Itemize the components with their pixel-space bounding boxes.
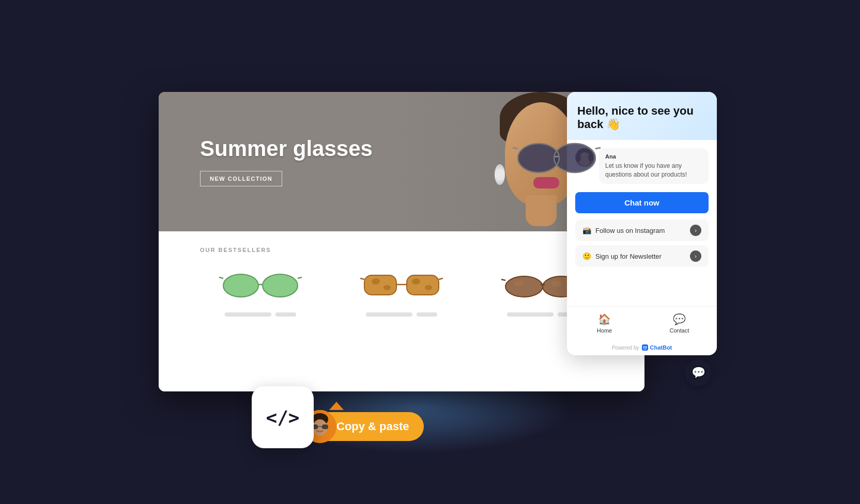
chat-header: Hello, nice to see you back 👋: [567, 92, 717, 140]
agent-name: Ana: [605, 153, 702, 160]
svg-line-22: [439, 278, 443, 279]
product-card[interactable]: [341, 263, 462, 317]
new-collection-button[interactable]: NEW COLLECTION: [200, 171, 282, 186]
product-info-2: [366, 312, 437, 317]
nav-home-label: Home: [597, 327, 612, 334]
chat-nav: 🏠 Home 💬 Contact: [567, 306, 717, 340]
hero-sunglasses: [513, 138, 601, 175]
tortoise-sunglasses-icon: [360, 266, 443, 302]
svg-point-27: [514, 280, 524, 287]
products-grid: [200, 263, 603, 317]
svg-rect-15: [407, 275, 439, 295]
chat-bubble-button[interactable]: 💬: [685, 359, 712, 386]
product-info-1: [225, 312, 296, 317]
hero-text-area: Summer glasses NEW COLLECTION: [200, 137, 373, 186]
chat-links: 📸 Follow us on Instagram › 🙂 Sign up for…: [567, 213, 717, 273]
svg-rect-39: [642, 344, 648, 351]
instagram-link[interactable]: 📸 Follow us on Instagram ›: [575, 219, 709, 241]
model-skin: [505, 102, 577, 206]
product-price-bar: [275, 312, 296, 317]
svg-rect-46: [322, 424, 328, 429]
chat-widget: Hello, nice to see you back 👋: [567, 92, 717, 355]
product-name-bar: [366, 312, 412, 317]
newsletter-link-content: 🙂 Sign up for Newsletter: [582, 252, 662, 260]
triangle-arrow-icon: [329, 402, 344, 410]
hero-title: Summer glasses: [200, 137, 373, 161]
code-icon: </>: [266, 407, 299, 428]
svg-line-4: [595, 148, 601, 149]
instagram-emoji: 📸: [582, 226, 591, 234]
instagram-label: Follow us on Instagram: [595, 227, 665, 234]
svg-point-40: [643, 346, 644, 348]
copy-paste-text-area: Copy & paste: [326, 412, 424, 441]
svg-point-18: [412, 278, 420, 285]
svg-line-11: [298, 277, 302, 278]
chatbot-brand: ChatBot: [641, 344, 672, 351]
svg-point-16: [372, 278, 380, 285]
home-icon: 🏠: [598, 313, 611, 325]
svg-rect-14: [364, 275, 396, 295]
nav-contact-label: Contact: [670, 327, 689, 334]
svg-point-17: [383, 285, 391, 290]
product-card[interactable]: [200, 263, 320, 317]
earring-left: [495, 164, 505, 185]
product-price-bar: [417, 312, 437, 317]
instagram-arrow-icon: ›: [690, 225, 701, 236]
agent-message-text: Let us know if you have any questions ab…: [605, 162, 702, 179]
svg-line-10: [219, 277, 223, 278]
powered-by-text: Powered by: [612, 345, 639, 351]
chat-nav-contact[interactable]: 💬 Contact: [642, 307, 717, 340]
chatbot-logo-icon: [641, 344, 649, 351]
newsletter-label: Sign up for Newsletter: [595, 253, 662, 260]
green-sunglasses-icon: [219, 266, 302, 302]
instagram-link-content: 📸 Follow us on Instagram: [582, 226, 665, 234]
model-lips: [533, 177, 559, 188]
product-image-1: [219, 263, 302, 305]
svg-point-19: [425, 285, 432, 290]
copy-paste-button[interactable]: Copy & paste: [303, 410, 424, 443]
chat-nav-home[interactable]: 🏠 Home: [567, 307, 642, 340]
svg-point-28: [551, 280, 561, 287]
agent-message-bubble: Ana Let us know if you have any question…: [599, 148, 709, 184]
wave-emoji: 👋: [606, 118, 620, 131]
product-name-bar: [225, 312, 271, 317]
section-label: OUR BESTSELLERS: [200, 247, 603, 253]
code-badge: </>: [252, 386, 314, 448]
copy-paste-label: Copy & paste: [336, 420, 409, 433]
chat-now-button[interactable]: Chat now: [575, 192, 709, 213]
svg-point-41: [645, 346, 647, 348]
newsletter-link[interactable]: 🙂 Sign up for Newsletter ›: [575, 245, 709, 267]
model-neck: [526, 195, 557, 226]
contact-icon: 💬: [673, 313, 686, 325]
chat-powered-by: Powered by ChatBot: [567, 340, 717, 355]
chat-bubble-icon: 💬: [692, 366, 705, 380]
product-name-bar: [507, 312, 554, 317]
svg-line-3: [513, 148, 518, 149]
chat-greeting: Hello, nice to see you back 👋: [577, 104, 707, 132]
newsletter-arrow-icon: ›: [690, 250, 701, 262]
svg-line-21: [360, 278, 364, 279]
screen-container: Summer glasses NEW COLLECTION: [159, 92, 701, 412]
newsletter-emoji: 🙂: [582, 252, 591, 260]
product-image-2: [360, 263, 443, 305]
svg-line-30: [501, 279, 505, 280]
